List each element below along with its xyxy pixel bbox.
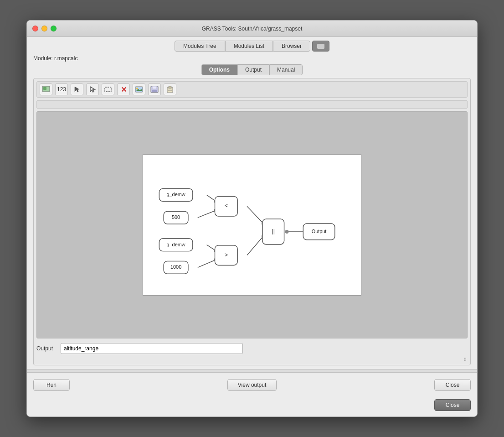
- clipboard-icon: [166, 86, 174, 93]
- svg-text:<: <: [225, 203, 228, 209]
- view-output-button[interactable]: View output: [227, 379, 277, 391]
- select-button[interactable]: [71, 83, 83, 95]
- titlebar: GRASS Tools: SouthAfrica/grass_mapset: [27, 21, 477, 37]
- footer-close-button[interactable]: Close: [434, 399, 471, 411]
- tab-output[interactable]: Output: [237, 64, 269, 75]
- svg-text:500: 500: [172, 214, 180, 220]
- main-panel: 123 ✕: [33, 78, 471, 365]
- close-action-button[interactable]: Close: [434, 379, 471, 391]
- add-map-button[interactable]: [40, 83, 52, 95]
- outer-tabs: Modules Tree Modules List Browser: [175, 41, 310, 52]
- outer-tab-bar: Modules Tree Modules List Browser: [27, 37, 477, 52]
- tab-icon-shape: [317, 44, 324, 49]
- svg-point-29: [285, 230, 289, 234]
- add-map-icon: [42, 86, 50, 93]
- select-box-icon: [104, 86, 112, 93]
- svg-rect-13: [169, 86, 171, 88]
- traffic-lights: [32, 26, 57, 31]
- select-alt-icon: [88, 86, 97, 93]
- svg-text:||: ||: [272, 228, 275, 234]
- select-box-button[interactable]: [102, 83, 114, 95]
- module-label: Module: r.mapcalc: [33, 55, 471, 62]
- add-number-button[interactable]: 123: [55, 83, 68, 95]
- svg-text:g_demw: g_demw: [166, 242, 185, 247]
- svg-marker-4: [90, 87, 95, 92]
- maximize-traffic-light[interactable]: [51, 26, 57, 31]
- tab-manual[interactable]: Manual: [269, 64, 303, 75]
- svg-point-7: [136, 88, 138, 89]
- add-number-icon: 123: [57, 86, 66, 93]
- toolbar: 123 ✕: [36, 81, 468, 98]
- minimize-traffic-light[interactable]: [41, 26, 47, 31]
- save-icon: [150, 86, 159, 93]
- action-bar: Run View output Close: [27, 376, 477, 394]
- select-alt-button[interactable]: [86, 83, 99, 95]
- svg-rect-5: [105, 87, 111, 92]
- canvas-area[interactable]: g_demw 500 < g_demw 1000: [36, 111, 468, 338]
- diagram-svg: g_demw 500 < g_demw 1000: [143, 155, 361, 295]
- content-area: Module: r.mapcalc Options Output Manual …: [27, 52, 477, 369]
- svg-text:123: 123: [57, 86, 66, 93]
- tab-modules-list[interactable]: Modules List: [225, 41, 273, 52]
- tab-modules-tree[interactable]: Modules Tree: [175, 41, 225, 52]
- window-title: GRASS Tools: SouthAfrica/grass_mapset: [202, 26, 303, 32]
- image-icon: [135, 86, 143, 93]
- save-button[interactable]: [148, 83, 161, 95]
- svg-line-20: [247, 206, 263, 224]
- output-row: Output: [36, 341, 468, 356]
- svg-line-26: [247, 236, 263, 255]
- output-label: Output: [36, 345, 57, 352]
- output-input[interactable]: [61, 343, 243, 354]
- svg-line-18: [198, 210, 216, 218]
- select-icon: [73, 86, 81, 93]
- svg-line-24: [198, 260, 216, 268]
- svg-rect-11: [152, 90, 157, 92]
- main-window: GRASS Tools: SouthAfrica/grass_mapset Mo…: [26, 20, 478, 417]
- svg-marker-3: [75, 87, 79, 92]
- svg-rect-6: [135, 87, 143, 92]
- bottom-divider: [27, 369, 477, 373]
- footer-close-row: Close: [27, 397, 477, 416]
- svg-text:>: >: [225, 252, 228, 258]
- resize-handle: ⠿: [36, 356, 468, 362]
- delete-button[interactable]: ✕: [117, 83, 130, 95]
- tab-options[interactable]: Options: [201, 64, 237, 75]
- tab-browser[interactable]: Browser: [273, 41, 310, 52]
- status-bar: [36, 100, 468, 109]
- svg-text:1000: 1000: [170, 264, 181, 270]
- close-traffic-light[interactable]: [32, 26, 38, 31]
- clipboard-button[interactable]: [164, 83, 176, 95]
- svg-rect-1: [43, 87, 46, 90]
- tab-extra-icon[interactable]: [312, 41, 329, 52]
- svg-rect-10: [152, 86, 157, 89]
- run-button[interactable]: Run: [33, 379, 70, 391]
- diagram-box[interactable]: g_demw 500 < g_demw 1000: [143, 154, 361, 296]
- svg-text:g_demw: g_demw: [166, 192, 185, 197]
- image-button[interactable]: [133, 83, 145, 95]
- inner-tabs: Options Output Manual: [33, 64, 471, 75]
- svg-text:Output: Output: [312, 229, 327, 234]
